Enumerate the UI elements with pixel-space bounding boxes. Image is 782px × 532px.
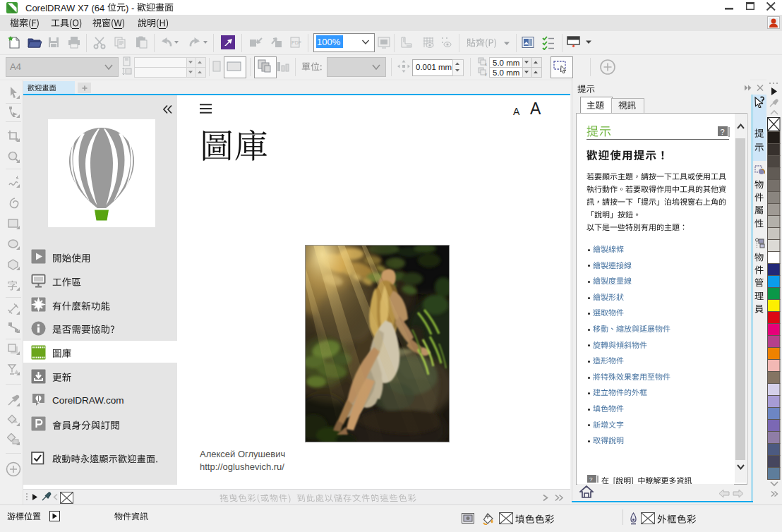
- svg-text:?: ?: [721, 128, 725, 136]
- svg-text:y: y: [485, 72, 487, 76]
- svg-text:?: ?: [589, 476, 593, 483]
- svg-text:PDF: PDF: [291, 40, 301, 45]
